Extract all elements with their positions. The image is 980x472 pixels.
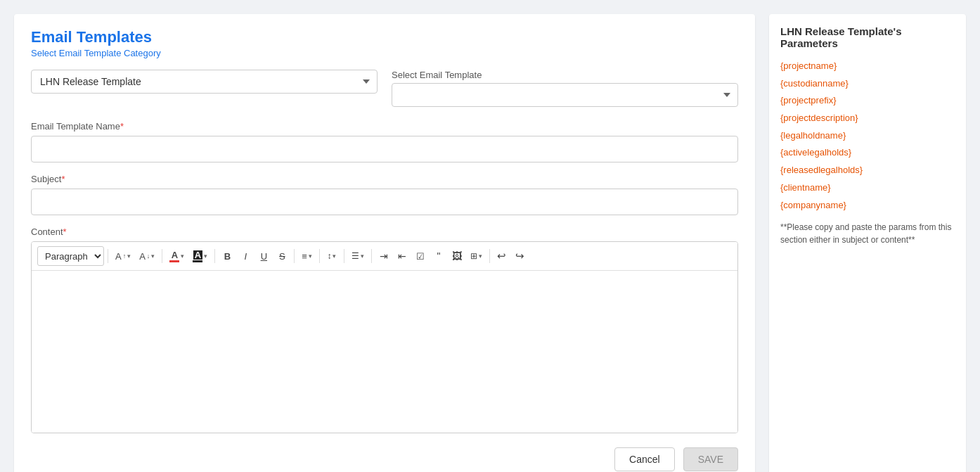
param-note: **Please copy and paste the params from … <box>780 221 955 246</box>
blockquote-btn[interactable]: " <box>430 246 447 266</box>
name-field-group: Email Template Name* <box>31 121 738 162</box>
list-btn[interactable]: ☰▾ <box>348 246 368 266</box>
toolbar-divider-6 <box>344 249 344 263</box>
template-dropdown-group: Select Email Template <box>392 70 738 107</box>
sidebar: LHN Release Template's Parameters {proje… <box>769 14 966 472</box>
toolbar-divider-8 <box>489 249 490 263</box>
param-item[interactable]: {legalholdname} <box>780 127 955 145</box>
param-item[interactable]: {projectname} <box>780 58 955 75</box>
strikethrough-btn[interactable]: S <box>273 246 290 266</box>
toolbar-divider-2 <box>162 249 162 263</box>
line-height-btn[interactable]: ↕▾ <box>323 246 340 266</box>
param-item[interactable]: {projectprefix} <box>780 92 955 110</box>
dropdowns-row: LHN Release Template Select Email Templa… <box>31 70 738 107</box>
editor-body[interactable] <box>32 271 737 433</box>
param-item[interactable]: {projectdescription} <box>780 110 955 127</box>
font-size-increase-btn[interactable]: A↑▾ <box>112 246 134 266</box>
name-label: Email Template Name* <box>31 121 738 132</box>
name-input[interactable] <box>31 136 738 162</box>
params-list: {projectname}{custodianname}{projectpref… <box>780 58 955 214</box>
redo-btn[interactable]: ↪ <box>512 246 529 266</box>
underline-btn[interactable]: U <box>255 246 272 266</box>
content-required: * <box>63 227 67 237</box>
indent-btn[interactable]: ⇥ <box>375 246 392 266</box>
page-title: Email Templates <box>31 28 738 46</box>
outdent-btn[interactable]: ⇤ <box>394 246 411 266</box>
param-item[interactable]: {releasedlegalholds} <box>780 162 955 179</box>
category-dropdown[interactable]: LHN Release Template <box>31 70 378 94</box>
toolbar-divider-7 <box>371 249 372 263</box>
toolbar-divider-1 <box>108 249 108 263</box>
template-dropdown-label: Select Email Template <box>392 70 738 80</box>
sidebar-title: LHN Release Template's Parameters <box>780 25 955 49</box>
editor-container: Paragraph A↑▾ A↓▾ A ▾ <box>31 241 738 433</box>
editor-toolbar: Paragraph A↑▾ A↓▾ A ▾ <box>32 242 737 271</box>
subject-input[interactable] <box>31 189 738 215</box>
subject-required: * <box>61 174 65 184</box>
footer-buttons: Cancel SAVE <box>31 447 738 471</box>
image-btn[interactable]: 🖼 <box>449 246 465 266</box>
subtitle-highlight: Select Email Template Category <box>31 48 161 58</box>
name-required: * <box>120 121 124 132</box>
bg-color-btn[interactable]: A ▾ <box>189 246 211 266</box>
table-btn[interactable]: ⊞▾ <box>467 246 486 266</box>
subject-label: Subject* <box>31 174 738 184</box>
undo-btn[interactable]: ↩ <box>494 246 510 266</box>
cancel-button[interactable]: Cancel <box>614 447 675 471</box>
toolbar-divider-4 <box>294 249 295 263</box>
content-field-group: Content* Paragraph A↑▾ A↓▾ <box>31 227 738 433</box>
align-btn[interactable]: ≡▾ <box>298 246 316 266</box>
subject-field-group: Subject* <box>31 174 738 215</box>
font-size-decrease-btn[interactable]: A↓▾ <box>136 246 158 266</box>
paragraph-select[interactable]: Paragraph <box>37 246 104 266</box>
font-color-btn[interactable]: A ▾ <box>166 246 188 266</box>
param-item[interactable]: {companyname} <box>780 197 955 215</box>
param-item[interactable]: {clientname} <box>780 179 955 197</box>
todo-btn[interactable]: ☑ <box>412 246 429 266</box>
category-dropdown-group: LHN Release Template <box>31 70 378 107</box>
save-button[interactable]: SAVE <box>683 447 738 471</box>
toolbar-divider-5 <box>319 249 320 263</box>
italic-btn[interactable]: I <box>237 246 254 266</box>
template-dropdown[interactable] <box>392 83 738 107</box>
bold-btn[interactable]: B <box>219 246 236 266</box>
toolbar-divider-3 <box>214 249 215 263</box>
page-subtitle: Select Email Template Category <box>31 48 738 58</box>
param-item[interactable]: {custodianname} <box>780 75 955 93</box>
param-item[interactable]: {activelegalholds} <box>780 144 955 162</box>
content-label: Content* <box>31 227 738 237</box>
